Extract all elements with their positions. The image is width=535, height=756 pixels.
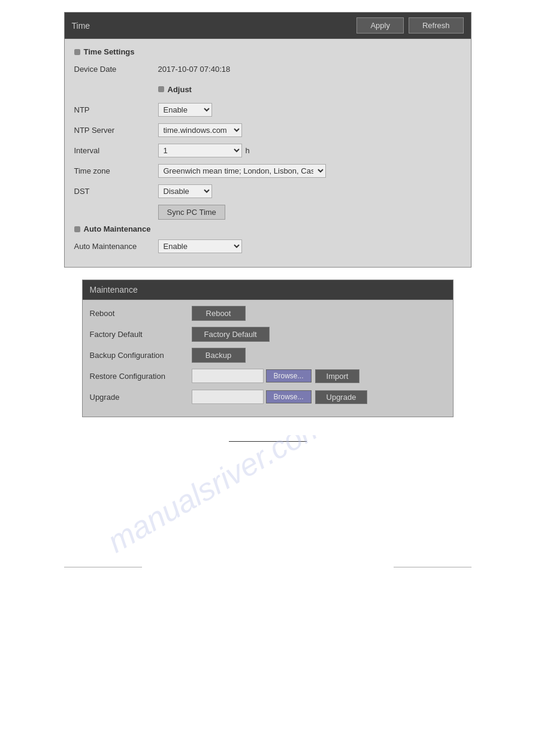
- time-panel-title: Time: [72, 21, 352, 31]
- restore-browse-button[interactable]: Browse...: [266, 369, 312, 382]
- upgrade-input[interactable]: [192, 390, 264, 404]
- bottom-underlines: [64, 567, 471, 567]
- backup-button[interactable]: Backup: [192, 348, 246, 363]
- upgrade-row: Upgrade Browse... Upgrade: [90, 388, 446, 405]
- watermark-area: manualsriver.com: [64, 435, 471, 555]
- ntp-server-row: NTP Server time.windows.com: [74, 122, 461, 138]
- timezone-row: Time zone Greenwich mean time; London, L…: [74, 163, 461, 178]
- underline-bar: [229, 441, 307, 442]
- device-date-label: Device Date: [74, 65, 158, 74]
- reboot-button[interactable]: Reboot: [192, 306, 246, 321]
- time-panel-body: Time Settings Device Date 2017-10-07 07:…: [65, 39, 471, 267]
- reboot-label: Reboot: [90, 309, 192, 318]
- factory-default-button[interactable]: Factory Default: [192, 327, 270, 342]
- factory-default-label: Factory Default: [90, 330, 192, 339]
- time-settings-label: Time Settings: [84, 47, 135, 56]
- refresh-button[interactable]: Refresh: [409, 17, 464, 34]
- bullet-icon: [74, 49, 80, 55]
- upgrade-browse-button[interactable]: Browse...: [266, 390, 312, 403]
- time-settings-section: Time Settings: [74, 47, 461, 56]
- adjust-text: Adjust: [168, 85, 192, 94]
- interval-label: Interval: [74, 146, 158, 155]
- device-date-value: 2017-10-07 07:40:18: [158, 65, 231, 74]
- sync-row: Sync PC Time: [74, 204, 461, 220]
- auto-maintenance-section: Auto Maintenance: [74, 224, 461, 233]
- auto-maint-bullet-icon: [74, 226, 80, 232]
- device-date-row: Device Date 2017-10-07 07:40:18: [74, 61, 461, 77]
- interval-row: Interval 12510 h: [74, 142, 461, 158]
- adjust-row: Adjust: [74, 81, 461, 97]
- sync-pc-time-button[interactable]: Sync PC Time: [158, 205, 225, 220]
- reboot-row: Reboot Reboot: [90, 305, 446, 321]
- ntp-label: NTP: [74, 105, 158, 114]
- interval-unit: h: [246, 146, 250, 155]
- restore-import-button[interactable]: Import: [315, 369, 360, 383]
- restore-config-input[interactable]: [192, 369, 264, 383]
- timezone-select[interactable]: Greenwich mean time; London, Lisbon, Cas…: [158, 164, 326, 178]
- upgrade-button[interactable]: Upgrade: [315, 390, 368, 404]
- restore-config-row: Restore Configuration Browse... Import: [90, 368, 446, 384]
- backup-config-label: Backup Configuration: [90, 351, 192, 360]
- factory-default-row: Factory Default Factory Default: [90, 326, 446, 342]
- bottom-underline-right: [394, 567, 471, 567]
- maintenance-panel: Maintenance Reboot Reboot Factory Defaul…: [82, 280, 454, 417]
- ntp-select[interactable]: Enable Disable: [158, 103, 212, 117]
- ntp-server-select[interactable]: time.windows.com: [158, 123, 242, 137]
- watermark-text: manualsriver.com: [101, 435, 331, 555]
- upgrade-label: Upgrade: [90, 393, 192, 402]
- timezone-label: Time zone: [74, 166, 158, 175]
- time-panel: Time Apply Refresh Time Settings Device …: [64, 12, 471, 268]
- time-panel-header: Time Apply Refresh: [65, 13, 471, 39]
- maintenance-panel-header: Maintenance: [83, 280, 453, 300]
- adjust-section: Adjust: [158, 85, 192, 94]
- dst-row: DST Disable Enable: [74, 183, 461, 199]
- bottom-underline-left: [64, 567, 142, 567]
- auto-maintenance-label: Auto Maintenance: [74, 242, 158, 251]
- auto-maintenance-select[interactable]: Enable Disable: [158, 239, 242, 253]
- ntp-row: NTP Enable Disable: [74, 102, 461, 117]
- auto-maintenance-row: Auto Maintenance Enable Disable: [74, 238, 461, 254]
- dst-select[interactable]: Disable Enable: [158, 184, 212, 198]
- maintenance-panel-body: Reboot Reboot Factory Default Factory De…: [83, 300, 453, 417]
- interval-select[interactable]: 12510: [158, 144, 242, 157]
- auto-maintenance-section-label: Auto Maintenance: [84, 224, 151, 233]
- apply-button[interactable]: Apply: [356, 17, 404, 34]
- maintenance-panel-title: Maintenance: [90, 285, 138, 294]
- adjust-bullet-icon: [158, 86, 164, 92]
- ntp-server-label: NTP Server: [74, 126, 158, 135]
- restore-config-label: Restore Configuration: [90, 372, 192, 381]
- backup-config-row: Backup Configuration Backup: [90, 347, 446, 363]
- dst-label: DST: [74, 187, 158, 196]
